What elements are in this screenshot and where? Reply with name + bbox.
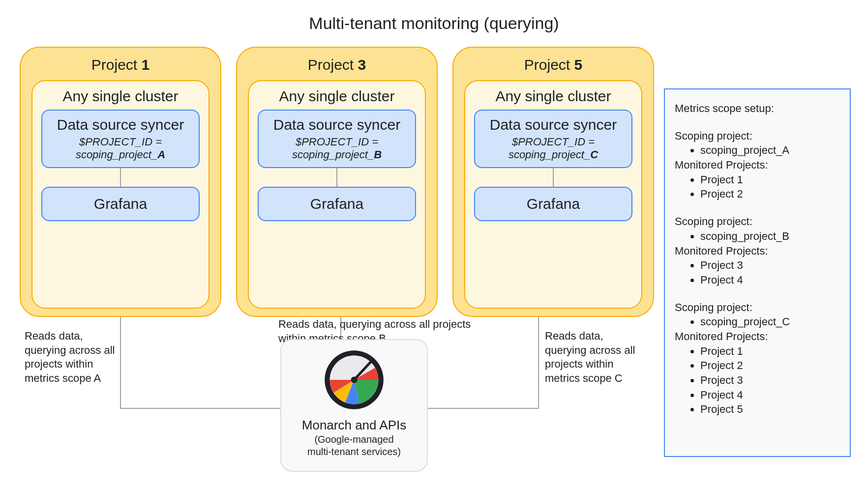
diagram-title: Multi-tenant monitoring (querying) <box>0 14 868 33</box>
project-title-1: Project 1 <box>31 57 210 73</box>
project-card-1: Project 1 Any single cluster Data source… <box>20 47 221 317</box>
monitored-item: Project 1 <box>700 344 840 359</box>
monitored-item: Project 1 <box>700 172 840 187</box>
monitored-item: Project 3 <box>700 373 840 388</box>
read-label-c: Reads data, querying across all projects… <box>545 329 643 385</box>
monarch-box: Monarch and APIs (Google-managed multi-t… <box>280 339 428 472</box>
project-title-3: Project 3 <box>248 57 426 73</box>
connector-line <box>538 317 539 409</box>
cluster-title: Any single cluster <box>258 88 416 105</box>
connector-line <box>120 408 280 409</box>
connector-ds-grafana <box>336 168 337 187</box>
monitored-hdr: Monitored Projects: <box>675 158 840 172</box>
scope-heading: Metrics scope setup: <box>675 101 840 116</box>
ds-scoping: scoping_project_C <box>480 148 627 161</box>
project-number: 1 <box>142 57 150 73</box>
ds-pid-label: $PROJECT_ID = <box>480 136 627 148</box>
scoping-hdr: Scoping project: <box>675 129 840 143</box>
monarch-sub2: multi-tenant services) <box>281 446 427 457</box>
monitored-item: Project 3 <box>700 258 840 273</box>
project-card-5: Project 5 Any single cluster Data source… <box>452 47 654 317</box>
monitored-item: Project 2 <box>700 358 840 373</box>
scope-block-a: Scoping project: scoping_project_A Monit… <box>675 129 840 201</box>
ds-pid-label: $PROJECT_ID = <box>264 136 410 148</box>
cluster-title: Any single cluster <box>474 88 632 105</box>
cluster-title: Any single cluster <box>41 88 200 105</box>
ds-scoping-prefix: scoping_project_ <box>76 148 157 161</box>
ds-title: Data source syncer <box>480 116 627 134</box>
grafana-box: Grafana <box>258 187 416 221</box>
project-prefix: Project <box>308 57 358 73</box>
scope-block-c: Scoping project: scoping_project_C Monit… <box>675 300 840 417</box>
grafana-box: Grafana <box>474 187 632 221</box>
project-card-3: Project 3 Any single cluster Data source… <box>236 47 438 317</box>
project-title-5: Project 5 <box>464 57 642 73</box>
ds-title: Data source syncer <box>264 116 410 134</box>
project-number: 5 <box>574 57 583 73</box>
monitored-item: Project 4 <box>700 273 840 287</box>
connector-ds-grafana <box>120 168 121 187</box>
ds-scoping-suffix: C <box>590 148 598 161</box>
monitored-item: Project 5 <box>700 402 840 417</box>
cluster-card-1: Any single cluster Data source syncer $P… <box>31 80 210 309</box>
ds-scoping-suffix: B <box>374 148 382 161</box>
ds-scoping-suffix: A <box>157 148 165 161</box>
cluster-card-3: Any single cluster Data source syncer $P… <box>248 80 426 309</box>
data-source-syncer-box: Data source syncer $PROJECT_ID = scoping… <box>474 110 632 168</box>
connector-ds-grafana <box>553 168 554 187</box>
project-number: 3 <box>358 57 366 73</box>
ds-scoping: scoping_project_A <box>47 148 194 161</box>
connector-line <box>428 408 539 409</box>
project-prefix: Project <box>524 57 574 73</box>
ds-scoping-prefix: scoping_project_ <box>509 148 590 161</box>
ds-scoping: scoping_project_B <box>264 148 410 161</box>
project-prefix: Project <box>91 57 142 73</box>
monarch-title: Monarch and APIs <box>281 418 427 433</box>
scoping-hdr: Scoping project: <box>675 214 840 229</box>
monarch-sub1: (Google-managed <box>281 434 427 445</box>
cluster-card-5: Any single cluster Data source syncer $P… <box>464 80 642 309</box>
metrics-scope-panel: Metrics scope setup: Scoping project: sc… <box>664 88 851 457</box>
scope-block-b: Scoping project: scoping_project_B Monit… <box>675 214 840 287</box>
scoping-val: scoping_project_C <box>700 314 840 329</box>
monitored-hdr: Monitored Projects: <box>675 244 840 258</box>
monitored-hdr: Monitored Projects: <box>675 329 840 344</box>
gauge-icon <box>322 348 386 412</box>
svg-point-3 <box>351 377 358 383</box>
monitored-item: Project 2 <box>700 187 840 201</box>
ds-pid-label: $PROJECT_ID = <box>47 136 194 148</box>
data-source-syncer-box: Data source syncer $PROJECT_ID = scoping… <box>41 110 200 168</box>
ds-title: Data source syncer <box>47 116 194 134</box>
scoping-hdr: Scoping project: <box>675 300 840 315</box>
grafana-box: Grafana <box>41 187 200 221</box>
monitored-item: Project 4 <box>700 388 840 402</box>
ds-scoping-prefix: scoping_project_ <box>292 148 374 161</box>
read-label-a: Reads data, querying across all projects… <box>25 329 123 385</box>
data-source-syncer-box: Data source syncer $PROJECT_ID = scoping… <box>258 110 416 168</box>
scoping-val: scoping_project_A <box>700 143 840 158</box>
scoping-val: scoping_project_B <box>700 229 840 244</box>
